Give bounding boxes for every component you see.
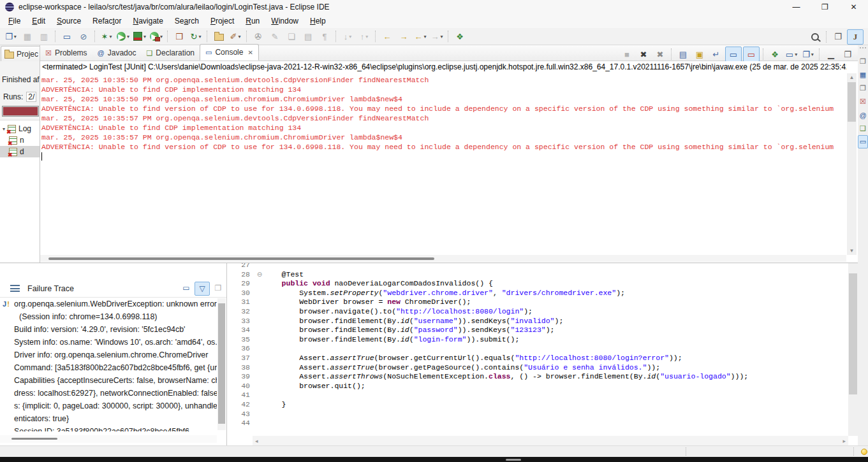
java-toolbox-button[interactable]: ❒ [172, 29, 187, 43]
show-stderr-toggle-button[interactable]: ▭ [743, 47, 760, 62]
trace-line[interactable]: (Session info: chrome=134.0.6998.118) [0, 310, 217, 323]
open-perspective-button[interactable]: ❐ [830, 30, 846, 44]
clear-console-button[interactable]: ▤ [675, 47, 691, 61]
java-perspective-button[interactable]: J [847, 29, 864, 45]
trace-line[interactable]: J!org.openqa.selenium.WebDriverException… [0, 298, 217, 310]
tab-javadoc[interactable]: @Javadoc [92, 45, 142, 61]
restore-pane-icon-2-button[interactable]: ❐ [858, 82, 868, 95]
trace-line[interactable]: Capabilities {acceptInsecureCerts: false… [0, 374, 217, 387]
junit-root-row[interactable]: ▾Log [0, 123, 40, 134]
run-button[interactable]: ▶▾ [115, 29, 131, 43]
trace-line[interactable]: Command: [3a5183f800b22ac607bd2c8bce45fb… [0, 361, 217, 374]
console-horizontal-scrollbar[interactable] [40, 255, 846, 262]
next-edit-location-button[interactable]: → [396, 29, 411, 43]
code-line[interactable]: 35 browser.findElement(By.id("login-form… [227, 335, 519, 344]
menu-navigate[interactable]: Navigate [127, 15, 168, 27]
code-line[interactable]: 41 [227, 390, 264, 400]
code-line[interactable]: 28⊖ @Test [227, 270, 304, 279]
close-icon[interactable]: ✕ [247, 49, 253, 56]
refresh-button[interactable]: ↻▾ [188, 29, 203, 43]
tab-console[interactable]: ▭Console✕ [200, 44, 259, 61]
show-stdout-toggle-button[interactable]: ▭ [725, 47, 742, 62]
code-line[interactable]: 38 Assert.assertTrue(browser.getPageSour… [227, 363, 660, 372]
fold-collapse-icon[interactable]: ⊖ [255, 271, 264, 278]
search-button[interactable] [807, 30, 823, 44]
show-trace-in-console-button[interactable]: ▭ [179, 282, 193, 294]
code-line[interactable]: 30 System.setProperty("webdriver.chrome.… [227, 288, 625, 298]
maximize-view-button[interactable]: ❐ [840, 47, 855, 61]
problems-view-button[interactable]: ☒ [858, 95, 868, 108]
tab-problems[interactable]: ☒Problems [40, 45, 92, 61]
last-edit-location-button[interactable]: ← [379, 29, 395, 43]
import-folder-button[interactable] [211, 29, 226, 43]
display-console-button[interactable]: ▭▾ [784, 47, 799, 61]
minimize-button[interactable]: — [782, 0, 811, 14]
java-editor[interactable]: ◂ ▸ 2728⊖ @Test29 public void naoDeveria… [227, 263, 858, 445]
menu-run[interactable]: Run [240, 15, 265, 27]
trace-vertical-scrollbar[interactable] [217, 298, 226, 430]
views-stack-button[interactable]: ▦ [858, 68, 868, 82]
tab-project-explorer[interactable]: Projec [1, 46, 40, 61]
tab-declaration[interactable]: ❑Declaration [141, 45, 200, 61]
editor-vertical-scrollbar[interactable] [848, 263, 858, 436]
menu-file[interactable]: File [3, 15, 26, 27]
remove-launch-button[interactable]: ✖ [636, 47, 651, 61]
menu-burger-icon[interactable] [10, 285, 20, 292]
console-monitor-button[interactable]: ▭ [59, 29, 75, 43]
code-line[interactable]: 33 browser.findElement(By.id("username")… [227, 316, 563, 326]
scrollbar-thumb[interactable] [218, 303, 225, 424]
notification-lightbulb-icon[interactable] [861, 449, 867, 455]
debug-button[interactable]: ✶▾ [99, 29, 114, 43]
external-tools-button[interactable]: ▶▾ [149, 29, 164, 43]
failure-trace-list[interactable]: J!org.openqa.selenium.WebDriverException… [0, 298, 217, 431]
scroll-down-arrow-icon[interactable]: ▼ [847, 247, 857, 255]
scrollbar-thumb[interactable] [48, 257, 434, 260]
menu-edit[interactable]: Edit [26, 15, 51, 27]
trace-line[interactable]: dress: localhost:62927}, networkConnecti… [0, 387, 217, 400]
console-output[interactable]: mar. 25, 2025 10:35:50 PM org.openqa.sel… [40, 73, 846, 255]
word-wrap-button[interactable]: ↵ [709, 47, 724, 61]
code-line[interactable]: 32 browser.navigate().to("http://localho… [227, 307, 533, 316]
trace-line[interactable]: Driver info: org.openqa.selenium.chrome.… [0, 349, 217, 361]
menu-refactor[interactable]: Refactor [87, 15, 127, 27]
new-wizard-button[interactable]: ❐▾ [3, 29, 18, 43]
code-line[interactable]: 36 [227, 343, 264, 353]
code-line[interactable]: 34 browser.findElement(By.id("password")… [227, 325, 555, 335]
javadoc-view-button[interactable]: @ [858, 108, 868, 122]
code-line[interactable]: 31 WebDriver browser = new ChromeDriver(… [227, 297, 471, 307]
trace-line[interactable]: enticators: true} [0, 412, 217, 425]
menu-project[interactable]: Project [205, 15, 240, 27]
code-line[interactable]: 40 browser.quit(); [227, 381, 365, 391]
code-line[interactable]: 42 } [227, 400, 286, 409]
scrollbar-thumb[interactable] [849, 273, 857, 394]
pin-editor-button[interactable]: ❖ [452, 29, 467, 43]
trace-line[interactable]: System info: os.name: 'Windows 10', os.a… [0, 336, 217, 349]
filter-stack-trace-button[interactable]: ▽ [195, 282, 210, 296]
code-line[interactable]: 44 [227, 418, 264, 428]
code-line[interactable]: 29 public void naoDeveriaLogarComDadosIn… [227, 278, 493, 288]
scroll-left-arrow-icon[interactable]: ◂ [253, 438, 261, 444]
scroll-up-arrow-icon[interactable]: ▲ [847, 73, 857, 82]
code-line[interactable]: 27 [227, 263, 264, 270]
menu-help[interactable]: Help [304, 15, 332, 27]
restore-button[interactable]: ❐ [811, 0, 839, 14]
close-button[interactable]: ✕ [839, 0, 868, 14]
trace-line[interactable]: Build info: version: '4.29.0', revision:… [0, 323, 217, 336]
junit-test-row[interactable]: d [0, 146, 40, 157]
console-view-button[interactable]: ▭ [858, 135, 868, 148]
junit-test-row[interactable]: n [0, 134, 40, 146]
coverage-button[interactable]: ▾ [132, 29, 147, 43]
scroll-lock-button[interactable]: ▣ [692, 47, 707, 61]
code-line[interactable]: 43 [227, 409, 264, 419]
trace-line[interactable]: Session ID: 3a5183f800b22ac607bd2c8bce45… [0, 425, 217, 431]
trace-line[interactable]: s: {implicit: 0, pageLoad: 300000, scrip… [0, 400, 217, 412]
menu-window[interactable]: Window [265, 15, 304, 27]
declaration-view-button[interactable]: ❑ [858, 122, 868, 135]
drag-handle[interactable] [860, 47, 866, 54]
console-vertical-scrollbar[interactable]: ▲ ▼ [847, 73, 857, 255]
minimize-view-button[interactable]: ▁ [823, 47, 839, 61]
remove-all-terminated-button[interactable]: ✖ [652, 47, 668, 61]
code-line[interactable]: 39 Assert.assertThrows(NoSuchElementExce… [227, 372, 748, 381]
javadoc-wizard-button[interactable]: ✐▾ [228, 29, 243, 43]
menu-source[interactable]: Source [51, 15, 87, 27]
